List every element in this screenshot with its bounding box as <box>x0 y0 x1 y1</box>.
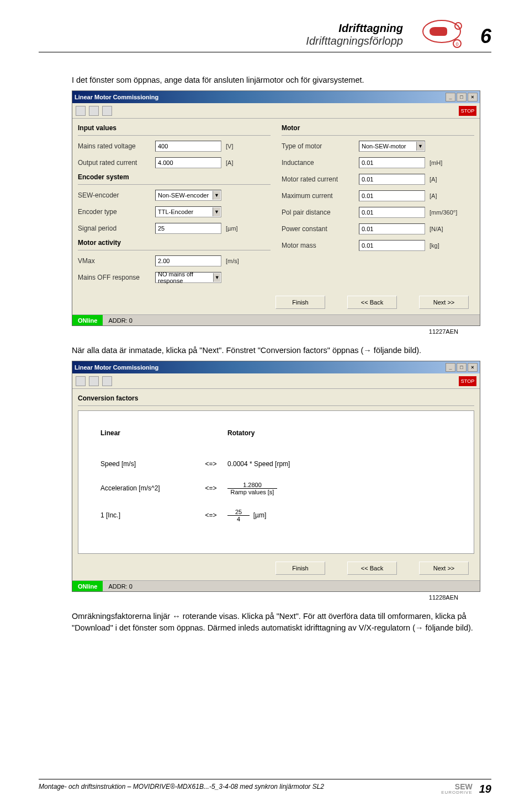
output-current-input[interactable]: 4.000 <box>155 157 221 168</box>
close-button[interactable]: × <box>468 93 478 101</box>
next-button[interactable]: Next >> <box>419 296 469 309</box>
status-online: ONline <box>72 315 103 325</box>
encoder-type-select[interactable]: TTL-Encoder▼ <box>155 206 221 217</box>
back-button-2[interactable]: << Back <box>347 562 397 575</box>
page-footer: Montage- och driftsinstruktion – MOVIDRI… <box>39 779 491 795</box>
page-header: Idrifttagning Idrifttagningsförlopp I 0 … <box>39 22 491 52</box>
mains-voltage-label: Mains rated voltage <box>78 142 155 150</box>
intro-paragraph-1: I det fönster som öppnas, ange data för … <box>72 74 491 86</box>
info-icon[interactable] <box>102 106 112 116</box>
header-title-2: Idrifttagningsförlopp <box>39 35 403 47</box>
minimize-button[interactable]: _ <box>446 363 455 372</box>
chevron-down-icon: ▼ <box>213 273 220 282</box>
dialog-title: Linear Motor Commissioning <box>75 94 158 100</box>
conv-accel-op: <=> <box>194 484 227 492</box>
vmax-label: VMax <box>78 257 155 265</box>
signal-period-input[interactable]: 25 <box>155 223 221 234</box>
mains-off-label: Mains OFF response <box>78 274 155 281</box>
chevron-down-icon: ▼ <box>213 207 220 216</box>
intro-paragraph-2: När alla data är inmatade, klicka på "Ne… <box>72 345 491 356</box>
figure-caption-2: 11228AEN <box>39 594 458 601</box>
header-title-1: Idrifttagning <box>39 22 403 35</box>
screenshot-2: Linear Motor Commissioning _ □ × STOP Co… <box>72 361 480 592</box>
close-button[interactable]: × <box>468 363 478 372</box>
maximum-current-label: Maximum current <box>282 192 359 200</box>
motor-mass-input[interactable]: 0.01 <box>359 240 425 251</box>
info-icon[interactable] <box>102 376 112 386</box>
dialog-toolbar: STOP <box>72 103 480 119</box>
print-icon[interactable] <box>76 376 86 386</box>
minimize-button[interactable]: _ <box>446 93 455 101</box>
stop-button[interactable]: STOP <box>459 376 476 386</box>
chevron-down-icon: ▼ <box>213 191 220 200</box>
next-button-2[interactable]: Next >> <box>419 562 469 575</box>
help-icon[interactable] <box>89 106 99 116</box>
conv-speed-op: <=> <box>194 460 227 468</box>
maximize-button[interactable]: □ <box>457 363 467 372</box>
inductance-input[interactable]: 0.01 <box>359 157 425 168</box>
conv-accel-frac: 1.2800 Ramp values [s] <box>227 482 277 495</box>
pol-pair-label: Pol pair distance <box>282 209 359 216</box>
status-online-2: ONline <box>72 581 103 591</box>
type-of-motor-select[interactable]: Non-SEW-motor▼ <box>359 141 425 152</box>
inductance-label: Inductance <box>282 159 359 167</box>
chapter-number: 6 <box>480 25 491 48</box>
mains-off-select[interactable]: NO mains off response▼ <box>155 272 221 283</box>
pol-pair-input[interactable]: 0.01 <box>359 207 425 218</box>
footer-text: Montage- och driftsinstruktion – MOVIDRI… <box>39 783 428 790</box>
section-encoder-system: Encoder system <box>78 173 271 181</box>
power-constant-label: Power constant <box>282 225 359 233</box>
svg-text:0: 0 <box>455 41 458 47</box>
sew-logo: SEW EURODRIVE <box>428 783 473 795</box>
hand-gauge-icon: I 0 <box>420 19 464 50</box>
dialog-titlebar[interactable]: Linear Motor Commissioning _ □ × <box>72 91 480 103</box>
conv-speed-l: Speed [m/s] <box>100 460 194 468</box>
maximize-button[interactable]: □ <box>457 93 467 101</box>
svg-text:I: I <box>458 24 459 29</box>
finish-button-2[interactable]: Finish <box>275 562 325 575</box>
conv-inc-op: <=> <box>194 511 227 519</box>
status-addr: ADDR: 0 <box>103 315 480 325</box>
motor-rated-current-label: Motor rated current <box>282 175 359 183</box>
section-motor-activity: Motor activity <box>78 239 271 247</box>
chevron-down-icon: ▼ <box>416 142 424 151</box>
conv-accel-l: Acceleration [m/s^2] <box>100 484 194 492</box>
mains-voltage-input[interactable]: 400 <box>155 141 221 152</box>
motor-mass-label: Motor mass <box>282 242 359 249</box>
conv-inc-frac: 25 4 <box>227 509 250 522</box>
page-number: 19 <box>479 783 491 795</box>
signal-period-label: Signal period <box>78 225 155 232</box>
section-conversion-factors: Conversion factors <box>78 394 474 402</box>
intro-paragraph-3: Omräkningsfaktorerna linjär ↔ roterande … <box>72 611 491 634</box>
col-linear-header: Linear <box>100 429 194 437</box>
sew-encoder-label: SEW-encoder <box>78 191 155 199</box>
motor-rated-current-input[interactable]: 0.01 <box>359 174 425 185</box>
power-constant-input[interactable]: 0.01 <box>359 223 425 234</box>
section-input-values: Input values <box>78 124 271 132</box>
output-current-label: Output rated current <box>78 159 155 167</box>
dialog-toolbar-2: STOP <box>72 373 480 389</box>
status-addr-2: ADDR: 0 <box>103 581 480 591</box>
dialog-titlebar-2[interactable]: Linear Motor Commissioning _ □ × <box>72 361 480 373</box>
section-motor: Motor <box>282 124 474 132</box>
conv-speed-r: 0.0004 * Speed [rpm] <box>227 460 452 468</box>
vmax-input[interactable]: 2.00 <box>155 255 221 266</box>
sew-encoder-select[interactable]: Non-SEW-encoder▼ <box>155 190 221 201</box>
print-icon[interactable] <box>76 106 86 116</box>
conv-inc-l: 1 [Inc.] <box>100 511 194 519</box>
figure-caption-1: 11227AEN <box>39 328 458 335</box>
back-button[interactable]: << Back <box>347 296 397 309</box>
screenshot-1: Linear Motor Commissioning _ □ × STOP <box>72 90 480 326</box>
dialog-title-2: Linear Motor Commissioning <box>75 364 158 371</box>
encoder-type-label: Encoder type <box>78 208 155 216</box>
col-rotatory-header: Rotatory <box>227 429 452 437</box>
type-of-motor-label: Type of motor <box>282 142 359 150</box>
stop-button[interactable]: STOP <box>459 106 476 116</box>
conversion-panel: Linear Rotatory Speed [m/s] <=> 0.0004 *… <box>78 410 474 554</box>
finish-button[interactable]: Finish <box>275 296 325 309</box>
help-icon[interactable] <box>89 376 99 386</box>
maximum-current-input[interactable]: 0.01 <box>359 190 425 201</box>
